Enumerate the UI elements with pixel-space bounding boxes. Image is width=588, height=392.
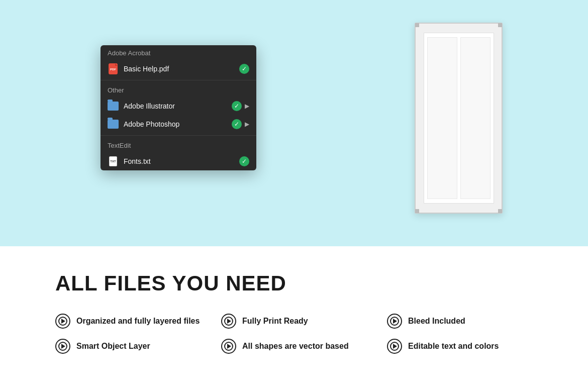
feature-label-1: Organized and fully layered files bbox=[76, 317, 200, 326]
feature-item-2: Fully Print Ready bbox=[221, 314, 367, 329]
play-arrow-icon bbox=[227, 319, 231, 324]
feature-label-6: Editable text and colors bbox=[408, 342, 499, 351]
top-section: Adobe Acrobat PDF Basic Help.pdf ✓ Other… bbox=[0, 0, 588, 246]
feature-icon-5 bbox=[221, 339, 236, 354]
feature-item-6: Editable text and colors bbox=[387, 339, 533, 354]
txt-file-icon: TXT bbox=[108, 156, 119, 167]
list-item: Adobe Illustrator ✓ ▶ bbox=[101, 97, 256, 115]
feature-icon-inner-6 bbox=[390, 342, 399, 351]
doc-column-right bbox=[460, 37, 491, 199]
folder-icon bbox=[108, 119, 119, 130]
doc-outer bbox=[415, 23, 503, 214]
corner-mark bbox=[415, 209, 419, 213]
list-item: TXT Fonts.txt ✓ bbox=[101, 152, 256, 170]
file-name-photoshop: Adobe Photoshop bbox=[124, 120, 232, 128]
group-header-acrobat: Adobe Acrobat bbox=[101, 45, 256, 60]
file-list-panel: Adobe Acrobat PDF Basic Help.pdf ✓ Other… bbox=[101, 45, 256, 170]
play-arrow-icon bbox=[61, 344, 65, 349]
feature-icon-inner-2 bbox=[224, 317, 233, 326]
feature-icon-1 bbox=[55, 314, 70, 329]
group-header-other: Other bbox=[101, 82, 256, 97]
doc-inner bbox=[424, 33, 494, 204]
play-arrow-icon bbox=[227, 344, 231, 349]
corner-mark bbox=[498, 209, 502, 213]
feature-icon-inner-1 bbox=[58, 317, 67, 326]
list-item: Adobe Photoshop ✓ ▶ bbox=[101, 115, 256, 133]
feature-icon-inner-4 bbox=[58, 342, 67, 351]
feature-label-4: Smart Object Layer bbox=[76, 342, 150, 351]
check-icon: ✓ bbox=[232, 119, 242, 129]
file-name-illustrator: Adobe Illustrator bbox=[124, 102, 232, 110]
group-header-textedit: TextEdit bbox=[101, 138, 256, 152]
chevron-right-icon: ▶ bbox=[245, 121, 249, 128]
feature-label-5: All shapes are vector based bbox=[242, 342, 349, 351]
features-grid: Organized and fully layered files Fully … bbox=[55, 314, 533, 354]
feature-label-3: Bleed Included bbox=[408, 317, 465, 326]
feature-item-5: All shapes are vector based bbox=[221, 339, 367, 354]
separator bbox=[101, 135, 256, 136]
doc-column-left bbox=[427, 37, 457, 199]
feature-icon-inner-3 bbox=[390, 317, 399, 326]
feature-item-4: Smart Object Layer bbox=[55, 339, 201, 354]
feature-item-3: Bleed Included bbox=[387, 314, 533, 329]
document-preview bbox=[415, 23, 503, 214]
corner-mark bbox=[415, 23, 419, 27]
check-icon: ✓ bbox=[239, 64, 249, 74]
feature-icon-3 bbox=[387, 314, 402, 329]
list-item: PDF Basic Help.pdf ✓ bbox=[101, 60, 256, 78]
file-name-fonts: Fonts.txt bbox=[124, 157, 239, 165]
folder-icon bbox=[108, 101, 119, 112]
chevron-right-icon: ▶ bbox=[245, 103, 249, 110]
section-title: ALL FILES YOU NEED bbox=[55, 271, 533, 296]
play-arrow-icon bbox=[393, 344, 397, 349]
bottom-section: ALL FILES YOU NEED Organized and fully l… bbox=[0, 246, 588, 392]
play-arrow-icon bbox=[393, 319, 397, 324]
feature-icon-4 bbox=[55, 339, 70, 354]
check-icon: ✓ bbox=[232, 101, 242, 111]
feature-icon-6 bbox=[387, 339, 402, 354]
feature-item-1: Organized and fully layered files bbox=[55, 314, 201, 329]
corner-mark bbox=[498, 23, 502, 27]
play-arrow-icon bbox=[61, 319, 65, 324]
separator bbox=[101, 80, 256, 80]
feature-icon-2 bbox=[221, 314, 236, 329]
feature-icon-inner-5 bbox=[224, 342, 233, 351]
check-icon: ✓ bbox=[239, 156, 249, 166]
feature-label-2: Fully Print Ready bbox=[242, 317, 308, 326]
pdf-file-icon: PDF bbox=[108, 63, 119, 74]
file-name-basic-help: Basic Help.pdf bbox=[124, 65, 239, 73]
